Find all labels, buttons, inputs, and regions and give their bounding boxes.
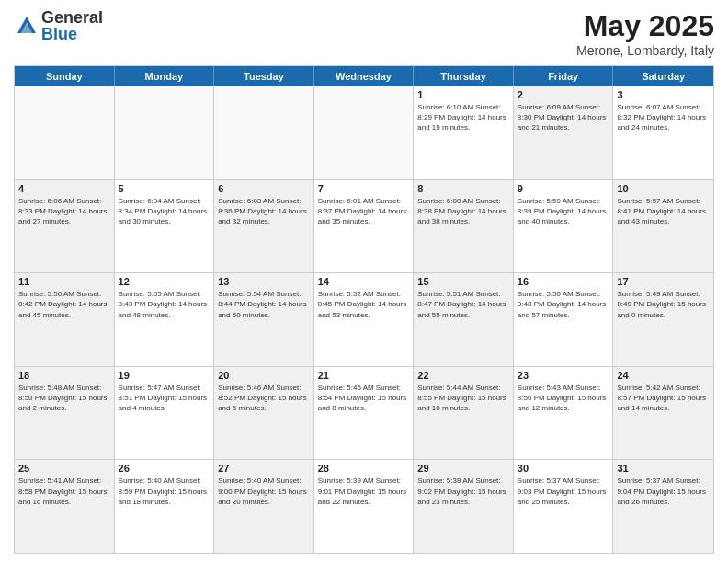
calendar-cell: 12Sunrise: 5:55 AM Sunset: 8:43 PM Dayli…	[115, 273, 215, 366]
day-info: Sunrise: 5:41 AM Sunset: 8:58 PM Dayligh…	[18, 476, 110, 507]
calendar-cell: 13Sunrise: 5:54 AM Sunset: 8:44 PM Dayli…	[214, 273, 314, 366]
day-number: 30	[518, 463, 609, 474]
calendar-cell: 10Sunrise: 5:57 AM Sunset: 8:41 PM Dayli…	[613, 180, 713, 273]
day-info: Sunrise: 5:37 AM Sunset: 9:04 PM Dayligh…	[617, 476, 710, 507]
day-info: Sunrise: 5:39 AM Sunset: 9:01 PM Dayligh…	[318, 476, 410, 507]
calendar-cell: 28Sunrise: 5:39 AM Sunset: 9:01 PM Dayli…	[314, 460, 415, 553]
calendar-week: 11Sunrise: 5:56 AM Sunset: 8:42 PM Dayli…	[15, 273, 713, 367]
calendar-header-cell: Monday	[115, 66, 215, 86]
calendar-cell: 24Sunrise: 5:42 AM Sunset: 8:57 PM Dayli…	[613, 367, 713, 460]
calendar-header-cell: Friday	[514, 66, 614, 86]
calendar-cell: 21Sunrise: 5:45 AM Sunset: 8:54 PM Dayli…	[314, 367, 415, 460]
day-number: 1	[417, 89, 509, 100]
calendar-cell: 6Sunrise: 6:03 AM Sunset: 8:36 PM Daylig…	[214, 180, 314, 273]
day-info: Sunrise: 6:09 AM Sunset: 8:30 PM Dayligh…	[518, 102, 609, 133]
calendar-cell: 14Sunrise: 5:52 AM Sunset: 8:45 PM Dayli…	[314, 273, 415, 366]
calendar-header-cell: Saturday	[613, 66, 713, 86]
day-number: 2	[518, 89, 609, 100]
calendar-cell: 5Sunrise: 6:04 AM Sunset: 8:34 PM Daylig…	[115, 180, 215, 273]
day-number: 27	[218, 463, 310, 474]
calendar-cell: 18Sunrise: 5:48 AM Sunset: 8:50 PM Dayli…	[15, 367, 115, 460]
day-number: 6	[218, 183, 310, 194]
logo-general: General	[41, 9, 103, 26]
calendar-cell: 27Sunrise: 5:40 AM Sunset: 9:00 PM Dayli…	[214, 460, 314, 553]
day-number: 19	[119, 370, 210, 381]
day-info: Sunrise: 6:10 AM Sunset: 8:29 PM Dayligh…	[417, 102, 509, 133]
calendar-cell	[214, 86, 314, 179]
subtitle: Merone, Lombardy, Italy	[576, 43, 714, 58]
day-info: Sunrise: 5:48 AM Sunset: 8:50 PM Dayligh…	[18, 383, 110, 414]
day-number: 25	[18, 463, 110, 474]
day-number: 22	[417, 370, 509, 381]
day-number: 20	[218, 370, 310, 381]
day-info: Sunrise: 5:50 AM Sunset: 8:48 PM Dayligh…	[518, 289, 609, 320]
calendar-week: 4Sunrise: 6:06 AM Sunset: 8:33 PM Daylig…	[15, 180, 713, 274]
day-info: Sunrise: 5:43 AM Sunset: 8:56 PM Dayligh…	[518, 383, 609, 414]
title-block: May 2025 Merone, Lombardy, Italy	[576, 9, 714, 58]
calendar-cell: 1Sunrise: 6:10 AM Sunset: 8:29 PM Daylig…	[414, 86, 514, 179]
calendar-header-cell: Sunday	[15, 66, 115, 86]
day-info: Sunrise: 5:52 AM Sunset: 8:45 PM Dayligh…	[318, 289, 410, 320]
day-info: Sunrise: 5:51 AM Sunset: 8:47 PM Dayligh…	[417, 289, 509, 320]
day-info: Sunrise: 6:06 AM Sunset: 8:33 PM Dayligh…	[18, 196, 110, 227]
calendar-header-cell: Thursday	[414, 66, 514, 86]
calendar-cell: 3Sunrise: 6:07 AM Sunset: 8:32 PM Daylig…	[613, 86, 713, 179]
day-number: 11	[18, 276, 110, 287]
calendar: SundayMondayTuesdayWednesdayThursdayFrid…	[14, 65, 714, 554]
calendar-body: 1Sunrise: 6:10 AM Sunset: 8:29 PM Daylig…	[15, 86, 713, 553]
calendar-cell: 8Sunrise: 6:00 AM Sunset: 8:38 PM Daylig…	[414, 180, 514, 273]
calendar-cell: 2Sunrise: 6:09 AM Sunset: 8:30 PM Daylig…	[514, 86, 614, 179]
day-number: 26	[119, 463, 210, 474]
calendar-cell	[15, 86, 115, 179]
calendar-cell: 15Sunrise: 5:51 AM Sunset: 8:47 PM Dayli…	[414, 273, 514, 366]
day-info: Sunrise: 5:46 AM Sunset: 8:52 PM Dayligh…	[218, 383, 310, 414]
day-info: Sunrise: 5:49 AM Sunset: 8:49 PM Dayligh…	[617, 289, 710, 320]
day-info: Sunrise: 6:07 AM Sunset: 8:32 PM Dayligh…	[617, 102, 710, 133]
day-info: Sunrise: 6:00 AM Sunset: 8:38 PM Dayligh…	[417, 196, 509, 227]
calendar-header-cell: Tuesday	[214, 66, 314, 86]
logo-text: General Blue	[41, 9, 103, 42]
day-number: 12	[119, 276, 210, 287]
logo: General Blue	[14, 9, 103, 42]
main-title: May 2025	[576, 9, 714, 43]
day-info: Sunrise: 5:59 AM Sunset: 8:39 PM Dayligh…	[518, 196, 609, 227]
day-number: 5	[119, 183, 210, 194]
day-info: Sunrise: 5:40 AM Sunset: 8:59 PM Dayligh…	[119, 476, 210, 507]
day-info: Sunrise: 5:38 AM Sunset: 9:02 PM Dayligh…	[417, 476, 509, 507]
day-number: 9	[518, 183, 609, 194]
day-info: Sunrise: 5:57 AM Sunset: 8:41 PM Dayligh…	[617, 196, 710, 227]
page: General Blue May 2025 Merone, Lombardy, …	[0, 0, 728, 563]
day-number: 18	[18, 370, 110, 381]
calendar-cell: 20Sunrise: 5:46 AM Sunset: 8:52 PM Dayli…	[214, 367, 314, 460]
day-number: 17	[617, 276, 710, 287]
calendar-cell: 31Sunrise: 5:37 AM Sunset: 9:04 PM Dayli…	[613, 460, 713, 553]
day-info: Sunrise: 5:37 AM Sunset: 9:03 PM Dayligh…	[518, 476, 609, 507]
day-number: 3	[617, 89, 710, 100]
day-number: 10	[617, 183, 710, 194]
day-info: Sunrise: 5:45 AM Sunset: 8:54 PM Dayligh…	[318, 383, 410, 414]
calendar-week: 18Sunrise: 5:48 AM Sunset: 8:50 PM Dayli…	[15, 367, 713, 461]
calendar-cell: 23Sunrise: 5:43 AM Sunset: 8:56 PM Dayli…	[514, 367, 614, 460]
calendar-cell: 19Sunrise: 5:47 AM Sunset: 8:51 PM Dayli…	[115, 367, 215, 460]
calendar-cell: 11Sunrise: 5:56 AM Sunset: 8:42 PM Dayli…	[15, 273, 115, 366]
logo-blue: Blue	[41, 26, 103, 42]
calendar-cell: 7Sunrise: 6:01 AM Sunset: 8:37 PM Daylig…	[314, 180, 415, 273]
calendar-cell: 30Sunrise: 5:37 AM Sunset: 9:03 PM Dayli…	[514, 460, 614, 553]
day-number: 31	[617, 463, 710, 474]
calendar-cell: 17Sunrise: 5:49 AM Sunset: 8:49 PM Dayli…	[613, 273, 713, 366]
calendar-cell	[314, 86, 415, 179]
day-info: Sunrise: 5:42 AM Sunset: 8:57 PM Dayligh…	[617, 383, 710, 414]
day-info: Sunrise: 5:55 AM Sunset: 8:43 PM Dayligh…	[119, 289, 210, 320]
day-info: Sunrise: 5:56 AM Sunset: 8:42 PM Dayligh…	[18, 289, 110, 320]
day-number: 4	[18, 183, 110, 194]
day-number: 23	[518, 370, 609, 381]
day-info: Sunrise: 6:04 AM Sunset: 8:34 PM Dayligh…	[119, 196, 210, 227]
calendar-cell: 16Sunrise: 5:50 AM Sunset: 8:48 PM Dayli…	[514, 273, 614, 366]
day-info: Sunrise: 6:03 AM Sunset: 8:36 PM Dayligh…	[218, 196, 310, 227]
day-number: 8	[417, 183, 509, 194]
header: General Blue May 2025 Merone, Lombardy, …	[14, 9, 714, 58]
day-info: Sunrise: 5:54 AM Sunset: 8:44 PM Dayligh…	[218, 289, 310, 320]
day-number: 7	[318, 183, 410, 194]
day-info: Sunrise: 5:40 AM Sunset: 9:00 PM Dayligh…	[218, 476, 310, 507]
calendar-cell: 9Sunrise: 5:59 AM Sunset: 8:39 PM Daylig…	[514, 180, 614, 273]
